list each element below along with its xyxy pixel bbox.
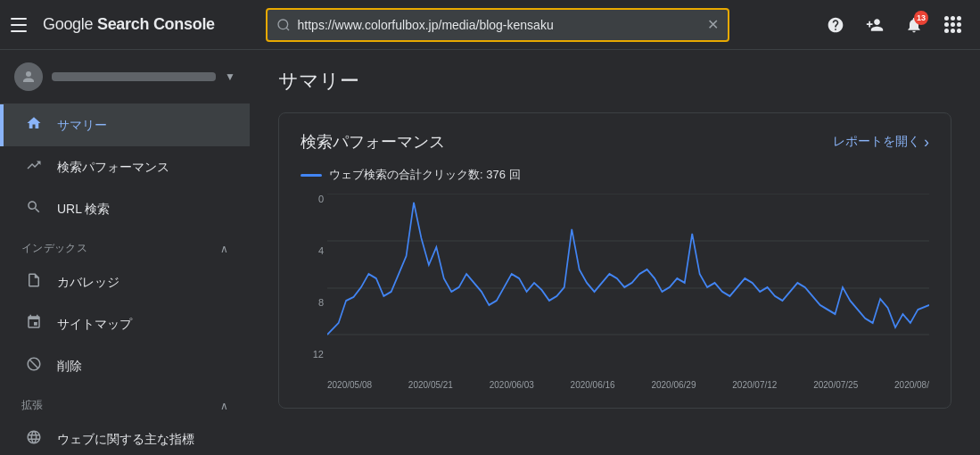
card-header: 検索パフォーマンス レポートを開く › (301, 131, 929, 153)
main-layout: ▼ サマリー 検索パフォーマンス URL 検索 インデックス ∧ (0, 50, 980, 455)
sidebar-item-label: サイトマップ (57, 317, 132, 333)
sidebar-item-label: 削除 (57, 359, 82, 375)
x-label: 2020/07/25 (813, 380, 858, 390)
main-content: サマリー 検索パフォーマンス レポートを開く › ウェブ検索の合計クリック数: … (250, 50, 980, 455)
x-label: 2020/06/29 (651, 380, 696, 390)
search-performance-card: 検索パフォーマンス レポートを開く › ウェブ検索の合計クリック数: 376 回… (278, 112, 951, 409)
y-label: 12 (301, 349, 327, 360)
sidebar-item-sitemap[interactable]: サイトマップ (0, 303, 250, 345)
sidebar-item-coverage[interactable]: カバレッジ (0, 261, 250, 303)
svg-point-2 (26, 71, 31, 77)
x-label: 2020/06/16 (571, 380, 615, 390)
grid-icon (944, 16, 961, 33)
sidebar-item-label: サマリー (57, 118, 107, 134)
chevron-right-icon: › (924, 133, 929, 152)
x-label: 2020/07/12 (732, 380, 777, 390)
page-title: サマリー (278, 68, 951, 95)
search-nav-icon (25, 199, 43, 219)
y-label: 0 (301, 194, 327, 204)
sidebar-user[interactable]: ▼ (0, 50, 250, 104)
app-title: Google Search Console (43, 15, 215, 34)
sitemap-icon (25, 314, 43, 335)
search-bar: ✕ (266, 8, 729, 42)
svg-line-1 (286, 28, 289, 30)
menu-button[interactable] (11, 14, 32, 36)
sidebar-item-label: カバレッジ (57, 275, 119, 291)
web-icon (25, 429, 43, 450)
topbar-actions: 13 (819, 9, 969, 41)
y-label: 4 (301, 245, 327, 256)
sidebar-item-label: ウェブに関する主な指標 (57, 432, 194, 448)
x-label: 2020/08/ (894, 380, 929, 390)
sidebar-item-web-vitals[interactable]: ウェブに関する主な指標 (0, 418, 250, 455)
user-dropdown-arrow[interactable]: ▼ (225, 70, 235, 83)
x-label: 2020/06/03 (490, 380, 534, 390)
section-header-index: インデックス ∧ (0, 230, 250, 261)
avatar (14, 62, 43, 91)
user-name-bar (52, 72, 216, 81)
trending-icon (25, 157, 43, 178)
section-header-expansion: 拡張 ∧ (0, 387, 250, 418)
chart-container: 12 8 4 0 (301, 194, 929, 390)
removal-icon (25, 356, 43, 376)
y-label: 8 (301, 297, 327, 308)
legend-line (301, 174, 322, 177)
home-icon (25, 115, 43, 136)
section-collapse-icon[interactable]: ∧ (220, 243, 228, 255)
x-label: 2020/05/08 (327, 380, 372, 390)
x-label: 2020/05/21 (408, 380, 453, 390)
sidebar: ▼ サマリー 検索パフォーマンス URL 検索 インデックス ∧ (0, 50, 250, 455)
sidebar-item-search-performance[interactable]: 検索パフォーマンス (0, 146, 250, 188)
help-button[interactable] (819, 9, 852, 41)
chart-legend: ウェブ検索の合計クリック数: 376 回 (301, 167, 929, 183)
report-link[interactable]: レポートを開く › (833, 133, 929, 152)
coverage-icon (25, 272, 43, 293)
sidebar-item-label: 検索パフォーマンス (57, 160, 169, 176)
topbar: Google Search Console ✕ 13 (0, 0, 980, 50)
sidebar-item-url-inspection[interactable]: URL 検索 (0, 188, 250, 230)
notification-button[interactable]: 13 (898, 9, 930, 41)
sidebar-item-summary[interactable]: サマリー (0, 104, 250, 146)
card-title: 検索パフォーマンス (301, 131, 445, 153)
section-collapse-icon[interactable]: ∧ (220, 400, 228, 412)
legend-label: ウェブ検索の合計クリック数: 376 回 (329, 167, 521, 183)
svg-point-0 (278, 20, 288, 29)
sidebar-item-label: URL 検索 (57, 202, 110, 218)
search-icon (276, 18, 291, 32)
sidebar-item-removal[interactable]: 削除 (0, 345, 250, 387)
notification-badge: 13 (914, 11, 928, 25)
x-axis-labels: 2020/05/08 2020/05/21 2020/06/03 2020/06… (327, 380, 929, 390)
y-axis-labels: 12 8 4 0 (301, 194, 327, 363)
url-search-input[interactable] (298, 18, 700, 32)
apps-grid-button[interactable] (937, 9, 969, 41)
chart-svg (327, 194, 929, 363)
user-add-button[interactable] (859, 9, 891, 41)
search-clear-button[interactable]: ✕ (707, 16, 719, 33)
